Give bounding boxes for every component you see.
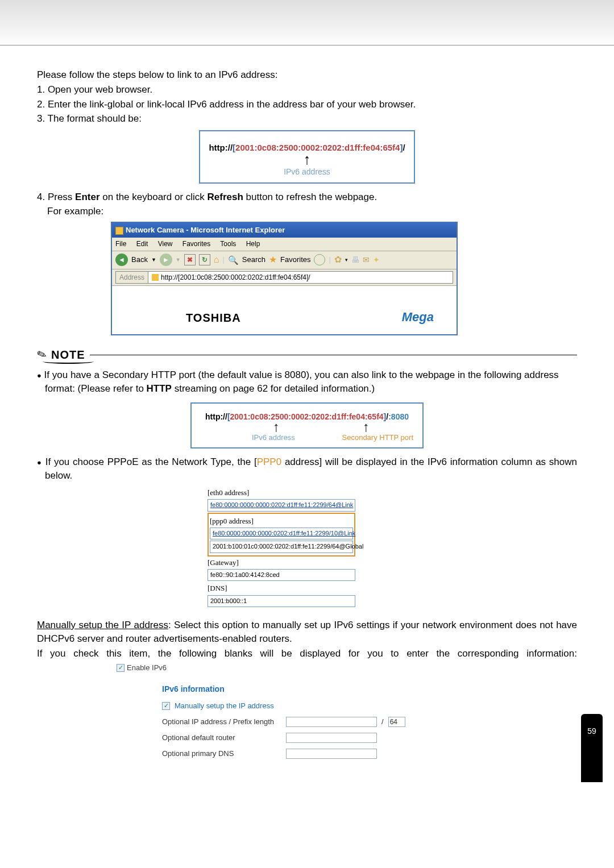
- history-icon[interactable]: ✿: [334, 254, 342, 266]
- optional-ip-label: Optional IP address / Prefix length: [162, 717, 281, 727]
- bullet-icon: ●: [37, 458, 42, 467]
- ipv6-info-table: [eth0 address] fe80:0000:0000:0000:0202:…: [208, 487, 355, 607]
- arrow-up-icon: ↑: [273, 421, 280, 432]
- home-icon[interactable]: ⌂: [214, 254, 219, 266]
- url2-ipv6-address: 2001:0c08:2500:0002:0202:d1ff:fe04:65f4: [230, 412, 384, 421]
- arrow-up-icon: ↑: [206, 153, 408, 165]
- messenger-icon[interactable]: ✦: [373, 255, 380, 266]
- note-heading: NOTE: [51, 347, 85, 363]
- step-2: 2. Enter the link-global or link-local I…: [37, 98, 577, 111]
- url2-port: 8080: [391, 412, 409, 421]
- enable-ipv6-checkbox[interactable]: ✓: [117, 664, 125, 672]
- manual-text2: If you check this item, the following bl…: [37, 648, 577, 659]
- bullet-icon: ●: [37, 371, 42, 380]
- note1-post: streaming on page 62 for detailed inform…: [172, 383, 375, 394]
- ie-page-icon: [115, 227, 123, 235]
- eth0-value: fe80:0000:0000:0000:0202:d1ff:fe11:2299/…: [208, 499, 355, 511]
- ie-menu-favorites[interactable]: Favorites: [182, 240, 210, 248]
- search-icon[interactable]: 🔍: [228, 254, 239, 266]
- manual-setup-checkbox[interactable]: ✓: [162, 702, 170, 710]
- note2-ppp0: PPP0: [257, 456, 281, 467]
- ipv6-form-title: IPv6 information: [162, 684, 577, 695]
- example-label: For example:: [37, 205, 577, 218]
- brand-mega: Mega: [402, 309, 434, 326]
- back-dropdown-icon[interactable]: ▼: [151, 256, 156, 264]
- optional-dns-label: Optional primary DNS: [162, 749, 281, 759]
- forward-icon[interactable]: ►: [160, 254, 172, 266]
- address-bar-field[interactable]: http://[2001:0c08:2500:0002:0202:d1ff:fe…: [148, 271, 453, 284]
- ie-menu-bar: File Edit View Favorites Tools Help: [112, 238, 457, 251]
- note1-http: HTTP: [147, 383, 172, 394]
- optional-router-input[interactable]: [286, 733, 377, 743]
- ie-menu-file[interactable]: File: [115, 240, 126, 248]
- optional-dns-input[interactable]: [286, 749, 377, 759]
- print-icon[interactable]: 🖶: [351, 255, 359, 266]
- intro-text: Please follow the steps below to link to…: [37, 68, 577, 82]
- ie-toolbar: ◄ Back ▼ ► ▼ ✖ ↻ ⌂ | 🔍 Search ★ Favorite…: [112, 251, 457, 269]
- manual-setup-label: Manually setup the IP address: [175, 701, 274, 711]
- ppp0-label: [ppp0 address]: [210, 515, 353, 528]
- url2-caption-left: IPv6 address: [252, 433, 295, 443]
- ie-menu-edit[interactable]: Edit: [136, 240, 148, 248]
- dns-label: [DNS]: [208, 582, 355, 595]
- ie-menu-view[interactable]: View: [158, 240, 173, 248]
- address-page-icon: [152, 274, 159, 281]
- media-icon[interactable]: [314, 254, 325, 265]
- manual-heading: Manually setup the IP address: [37, 620, 168, 630]
- ipv6-form: IPv6 information ✓ Manually setup the IP…: [162, 684, 577, 759]
- favorites-star-icon[interactable]: ★: [269, 254, 277, 266]
- optional-router-label: Optional default router: [162, 733, 281, 743]
- back-button-label[interactable]: Back: [131, 255, 148, 265]
- search-button-label[interactable]: Search: [242, 255, 265, 265]
- step-1: 1. Open your web browser.: [37, 83, 577, 97]
- dns-value: 2001:b000::1: [208, 595, 355, 607]
- url-ipv6-address: 2001:0c08:2500:0002:0202:d1ff:fe04:65f4: [235, 143, 400, 152]
- refresh-icon[interactable]: ↻: [199, 254, 210, 265]
- gateway-value: fe80::90:1a00:4142:8ced: [208, 569, 355, 581]
- step-3: 3. The format should be:: [37, 112, 142, 126]
- arrow-up-icon: ↑: [363, 421, 370, 432]
- step-4-enter: Enter: [75, 192, 99, 202]
- url2-caption-right: Secondary HTTP port: [342, 433, 413, 443]
- address-bar-value: http://[2001:0c08:2500:0002:0202:d1ff:fe…: [161, 273, 310, 281]
- ie-menu-help[interactable]: Help: [246, 240, 260, 248]
- address-bar-label: Address: [115, 271, 148, 284]
- gateway-label: [Gateway]: [208, 556, 355, 569]
- prefix-length-input[interactable]: 64: [388, 717, 405, 727]
- url-port-box: http://[2001:0c08:2500:0002:0202:d1ff:fe…: [190, 402, 424, 448]
- history-dropdown-icon[interactable]: ▾: [345, 256, 348, 264]
- enable-ipv6-label: Enable IPv6: [127, 663, 167, 673]
- back-icon[interactable]: ◄: [115, 254, 128, 266]
- optional-ip-input[interactable]: [286, 717, 377, 727]
- ie-menu-tools[interactable]: Tools: [220, 240, 236, 248]
- favorites-button-label[interactable]: Favorites: [280, 255, 310, 265]
- ie-window-screenshot: Network Camera - Microsoft Internet Expl…: [111, 222, 458, 335]
- page-number-tab: 59: [581, 714, 603, 782]
- ppp0-value-2: 2001:b100:01c0:0002:0202:d1ff:fe11:2299/…: [210, 541, 353, 553]
- mail-icon[interactable]: ✉: [363, 255, 370, 266]
- step-4-pre: 4. Press: [37, 192, 75, 202]
- url-format-box: http://[2001:0c08:2500:0002:0202:d1ff:fe…: [199, 130, 415, 183]
- url-caption: IPv6 address: [206, 167, 408, 178]
- eth0-label: [eth0 address]: [208, 487, 355, 499]
- stop-icon[interactable]: ✖: [184, 254, 196, 265]
- forward-dropdown-icon: ▼: [176, 256, 181, 264]
- ppp0-value-1: fe80:0000:0000:0000:0202:d1ff:fe11:2299/…: [210, 528, 353, 539]
- step-4-refresh: Refresh: [208, 192, 243, 202]
- ie-title-text: Network Camera - Microsoft Internet Expl…: [126, 226, 285, 234]
- brand-toshiba: TOSHIBA: [186, 310, 241, 326]
- pen-icon: ✎: [35, 346, 49, 364]
- note2-pre: If you choose PPPoE as the Network Type,…: [45, 456, 257, 467]
- url-prefix: http://: [209, 143, 233, 152]
